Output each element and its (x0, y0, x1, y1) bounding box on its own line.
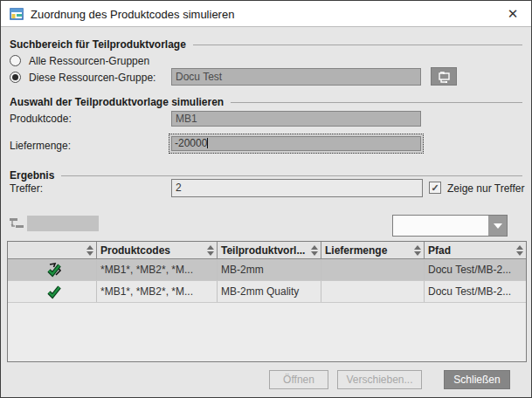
productcode-field[interactable]: MB1 (171, 111, 421, 127)
cell-produktcodes: *MB1*, *MB2*, *M... (97, 259, 218, 280)
hits-label: Treffer: (10, 182, 43, 195)
show-only-hits-checkbox[interactable]: ✓ (429, 182, 441, 194)
header-produktcodes[interactable]: Produktcodes (97, 242, 218, 258)
cell-pfad: Docu Test/MB-2... (425, 281, 526, 302)
header-liefermenge[interactable]: Liefermenge (321, 242, 425, 258)
close-icon[interactable]: ✕ (503, 5, 522, 23)
section-result-title: Ergebnis (10, 169, 54, 182)
section-divider (61, 175, 522, 176)
cell-liefermenge (321, 259, 425, 280)
section-search-scope: Suchbereich für Teilproduktvorlage (10, 38, 522, 51)
header-pfad[interactable]: Pfad (425, 242, 526, 258)
check-modified-icon (8, 259, 97, 280)
quantity-field[interactable]: -20000 (171, 136, 421, 151)
browse-resource-group-button[interactable] (431, 67, 457, 86)
results-table: Produktcodes Teilproduktvorl... Lieferme… (7, 241, 527, 362)
filter-mini-field[interactable] (27, 216, 99, 231)
section-search-title: Suchbereich für Teilproduktvorlage (10, 38, 186, 51)
close-button[interactable]: Schließen (444, 370, 510, 389)
table-row[interactable]: *MB1*, *MB2*, *M... MB-2mm Docu Test/MB-… (8, 259, 526, 281)
section-selection: Auswahl der Teilproduktvorlage simuliere… (10, 96, 522, 108)
text-caret (207, 138, 208, 148)
check-icon (8, 281, 97, 302)
sort-icon (86, 245, 93, 256)
title-bar: Zuordnung des Produktcodes simulieren ✕ (1, 1, 531, 27)
section-selection-title: Auswahl der Teilproduktvorlage simuliere… (10, 96, 224, 108)
table-row[interactable]: *MB1*, *MB2*, *M... MB-2mm Quality Docu … (8, 281, 526, 303)
table-header-row: Produktcodes Teilproduktvorl... Lieferme… (8, 242, 526, 259)
sort-icon (207, 245, 214, 256)
view-combobox[interactable] (392, 215, 508, 237)
sort-icon (516, 245, 523, 256)
sort-icon (311, 245, 318, 256)
quantity-value: -20000 (175, 137, 207, 149)
header-icon-column[interactable] (8, 242, 97, 258)
show-only-hits-label: Zeige nur Treffer (447, 182, 525, 195)
window-title: Zuordnung des Produktcodes simulieren (31, 8, 234, 21)
section-divider (231, 102, 522, 103)
cell-liefermenge (321, 281, 425, 302)
cell-teilproduktvorlage: MB-2mm (218, 259, 321, 280)
app-table-icon (10, 7, 24, 21)
productcode-label: Produktcode: (10, 113, 72, 125)
hits-field[interactable]: 2 (171, 179, 423, 197)
move-button: Verschieben... (337, 370, 422, 389)
quantity-field-focus-ring: -20000 (169, 134, 424, 154)
radio-this-label: Diese Ressourcen-Gruppe: (29, 72, 155, 84)
cell-pfad: Docu Test/MB-2... (425, 259, 526, 280)
cell-teilproduktvorlage: MB-2mm Quality (218, 281, 321, 302)
header-teilproduktvorlage[interactable]: Teilproduktvorl... (218, 242, 321, 258)
section-divider (193, 45, 522, 45)
chevron-down-icon[interactable] (488, 216, 507, 236)
resource-group-field[interactable]: Docu Test (171, 68, 421, 86)
simulate-productcode-dialog: Zuordnung des Produktcodes simulieren ✕ … (0, 0, 532, 398)
quantity-label: Liefermenge: (10, 140, 71, 152)
tree-hierarchy-icon (10, 217, 24, 233)
window-link-icon (436, 70, 452, 84)
radio-this-resource-group[interactable] (10, 72, 21, 83)
cell-produktcodes: *MB1*, *MB2*, *M... (97, 281, 218, 302)
radio-all-label: Alle Ressourcen-Gruppen (29, 55, 149, 67)
sort-icon (414, 245, 421, 256)
open-button: Öffnen (269, 370, 328, 389)
radio-all-resource-groups[interactable] (10, 55, 21, 66)
